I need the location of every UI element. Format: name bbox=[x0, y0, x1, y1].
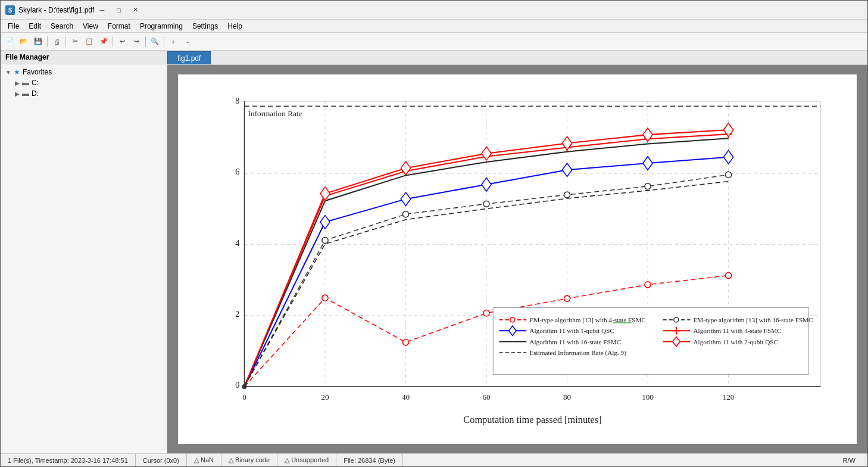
paste-button[interactable]: 📌 bbox=[97, 35, 110, 48]
toolbar-separator-5 bbox=[164, 36, 164, 47]
d-drive-label: D: bbox=[32, 89, 39, 98]
drive-d-icon: ▬ bbox=[22, 89, 29, 98]
menu-edit[interactable]: Edit bbox=[24, 21, 46, 32]
toolbar-separator-3 bbox=[113, 36, 113, 47]
svg-text:0: 0 bbox=[235, 380, 239, 390]
favorites-label: Favorites bbox=[23, 68, 52, 76]
svg-point-72 bbox=[510, 317, 515, 322]
tree-expand-icon: ▼ bbox=[5, 69, 11, 76]
svg-point-36 bbox=[564, 295, 570, 301]
close-button[interactable]: ✕ bbox=[127, 4, 143, 16]
svg-point-76 bbox=[674, 317, 679, 322]
svg-text:2: 2 bbox=[235, 309, 239, 319]
zoom-in-button[interactable]: + bbox=[167, 35, 180, 48]
tree-favorites[interactable]: ▼ ★ Favorites bbox=[3, 67, 164, 77]
status-filesize: File: 26834 (Byte) bbox=[336, 454, 403, 466]
svg-text:120: 120 bbox=[723, 393, 735, 401]
tab-bar: fig1.pdf bbox=[167, 51, 867, 65]
open-button[interactable]: 📂 bbox=[17, 35, 30, 48]
cut-button[interactable]: ✂ bbox=[68, 35, 82, 48]
status-cursor: Cursor (0x0) bbox=[136, 454, 187, 466]
status-nan: △ NaN bbox=[187, 454, 221, 466]
menu-search[interactable]: Search bbox=[46, 21, 78, 32]
zoom-out-button[interactable]: - bbox=[181, 35, 194, 48]
svg-text:Information Rate: Information Rate bbox=[248, 109, 302, 118]
toolbar-separator-4 bbox=[145, 36, 146, 47]
menu-help[interactable]: Help bbox=[223, 21, 247, 32]
svg-text:0: 0 bbox=[242, 393, 246, 401]
tree-c-drive[interactable]: ▶ ▬ C: bbox=[3, 77, 164, 88]
title-bar: S Skylark - D:\test\fig1.pdf ─ □ ✕ bbox=[1, 1, 867, 20]
new-button[interactable]: 📄 bbox=[3, 35, 16, 48]
print-button[interactable]: 🖨 bbox=[50, 35, 63, 48]
status-unsupported: △ Unsupported bbox=[277, 454, 336, 466]
file-tree: ▼ ★ Favorites ▶ ▬ C: ▶ ▬ D: bbox=[1, 64, 167, 101]
star-icon: ★ bbox=[14, 68, 20, 76]
copy-button[interactable]: 📋 bbox=[83, 35, 96, 48]
toolbar: 📄 📂 💾 🖨 ✂ 📋 📌 ↩ ↪ 🔍 + - bbox=[1, 33, 867, 51]
svg-point-44 bbox=[725, 172, 731, 178]
svg-text:4: 4 bbox=[235, 238, 239, 248]
svg-text:40: 40 bbox=[402, 393, 410, 401]
save-button[interactable]: 💾 bbox=[32, 35, 45, 48]
status-bar: 1 File(s), Timestamp: 2023-3-16 17:48:51… bbox=[1, 453, 867, 466]
svg-point-40 bbox=[402, 211, 408, 217]
undo-button[interactable]: ↩ bbox=[115, 35, 129, 48]
search-button[interactable]: 🔍 bbox=[148, 35, 161, 48]
maximize-button[interactable]: □ bbox=[111, 4, 126, 16]
svg-point-41 bbox=[483, 201, 489, 207]
menu-settings[interactable]: Settings bbox=[188, 21, 223, 32]
minimize-button[interactable]: ─ bbox=[94, 4, 110, 16]
svg-text:EM-type algorithm [13] with 4-: EM-type algorithm [13] with 4-state FSMC bbox=[529, 316, 645, 323]
drive-c-icon: ▬ bbox=[22, 79, 29, 87]
sidebar-header: File Manager bbox=[1, 51, 167, 64]
svg-point-38 bbox=[725, 272, 731, 278]
svg-text:S: S bbox=[8, 7, 13, 14]
app-icon: S bbox=[5, 5, 15, 15]
svg-text:80: 80 bbox=[563, 393, 572, 401]
status-binary: △ Binary code bbox=[221, 454, 277, 466]
tree-expand-c-icon: ▶ bbox=[15, 80, 20, 86]
svg-text:EM-type algorithm [13] with 16: EM-type algorithm [13] with 16-state FSM… bbox=[693, 316, 813, 323]
menu-format[interactable]: Format bbox=[103, 21, 135, 32]
title-bar-controls: ─ □ ✕ bbox=[94, 4, 143, 16]
status-rw: R/W bbox=[836, 454, 863, 466]
toolbar-separator-2 bbox=[65, 36, 66, 47]
svg-point-34 bbox=[402, 339, 408, 345]
svg-text:20: 20 bbox=[321, 393, 329, 401]
svg-text:Algorithm 11 with 2-qubit QSC: Algorithm 11 with 2-qubit QSC bbox=[693, 338, 778, 345]
svg-point-43 bbox=[645, 183, 651, 189]
svg-text:Computation time passed [minut: Computation time passed [minutes] bbox=[463, 414, 601, 425]
menu-programming[interactable]: Programming bbox=[135, 21, 188, 32]
content-area[interactable]: Information Rate Information Rate 8 6 4 … bbox=[167, 65, 867, 453]
svg-text:Estimated Information Rate (Al: Estimated Information Rate (Alg. 9) bbox=[529, 349, 626, 357]
toolbar-separator-1 bbox=[47, 36, 48, 47]
svg-text:Algorithm 11 with 16-state FSM: Algorithm 11 with 16-state FSMC bbox=[529, 338, 621, 345]
tab-fig1[interactable]: fig1.pdf bbox=[167, 51, 211, 64]
svg-text:Algorithm 11 with 1-qubit QSC: Algorithm 11 with 1-qubit QSC bbox=[529, 327, 614, 334]
redo-button[interactable]: ↪ bbox=[130, 35, 143, 48]
svg-point-33 bbox=[322, 295, 328, 301]
svg-point-42 bbox=[564, 192, 570, 198]
svg-text:Algorithm 11 with 4-state FSMC: Algorithm 11 with 4-state FSMC bbox=[693, 327, 781, 334]
svg-text:100: 100 bbox=[642, 393, 654, 401]
menu-view[interactable]: View bbox=[78, 21, 103, 32]
c-drive-label: C: bbox=[32, 79, 39, 87]
svg-point-39 bbox=[322, 237, 328, 243]
svg-point-35 bbox=[483, 310, 489, 316]
main: File Manager ▼ ★ Favorites ▶ ▬ C: ▶ ▬ D: bbox=[1, 51, 867, 453]
pdf-page: Information Rate Information Rate 8 6 4 … bbox=[178, 74, 857, 444]
svg-text:8: 8 bbox=[235, 96, 239, 105]
svg-text:6: 6 bbox=[235, 167, 239, 176]
svg-text:60: 60 bbox=[482, 393, 491, 401]
menu-bar: File Edit Search View Format Programming… bbox=[1, 20, 867, 33]
menu-file[interactable]: File bbox=[3, 21, 24, 32]
tree-d-drive[interactable]: ▶ ▬ D: bbox=[3, 88, 164, 99]
tree-expand-d-icon: ▶ bbox=[15, 91, 20, 97]
sidebar: File Manager ▼ ★ Favorites ▶ ▬ C: ▶ ▬ D: bbox=[1, 51, 167, 453]
title-text: Skylark - D:\test\fig1.pdf bbox=[18, 6, 94, 14]
svg-point-37 bbox=[645, 282, 651, 288]
status-files: 1 File(s), Timestamp: 2023-3-16 17:48:51 bbox=[5, 454, 136, 466]
chart: Information Rate Information Rate 8 6 4 … bbox=[196, 86, 839, 432]
